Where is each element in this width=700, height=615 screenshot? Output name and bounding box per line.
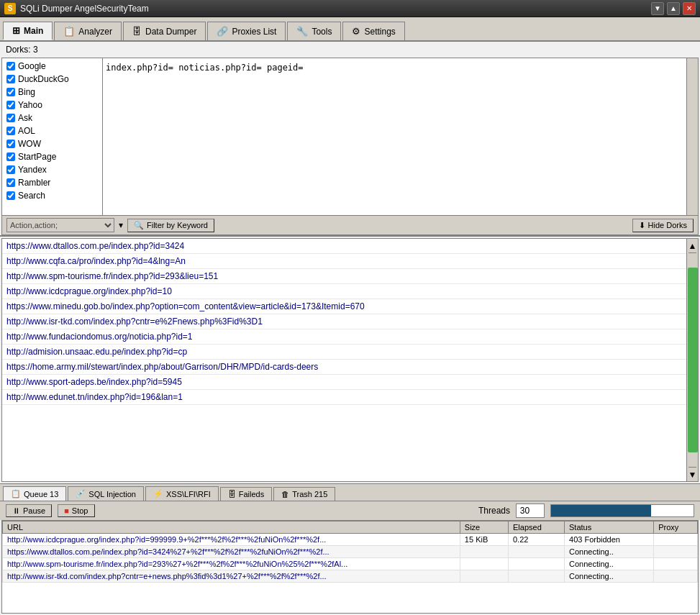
result-elapsed (509, 570, 565, 583)
bottom-tab-queue-13[interactable]: 📋Queue 13 (3, 486, 66, 501)
list-item[interactable]: http://www.edunet.tn/index.php?id=196&la… (2, 390, 686, 405)
result-elapsed (509, 546, 565, 558)
hide-dorks-icon: ⬇ (639, 221, 645, 230)
list-item[interactable]: https://www.minedu.gob.bo/index.php?opti… (2, 299, 686, 314)
list-item[interactable]: http://www.sport-adeps.be/index.php?id=5… (2, 375, 686, 390)
engine-checkbox[interactable] (6, 191, 15, 200)
tab-settings-label: Settings (364, 27, 395, 37)
bottom-tab-trash-215[interactable]: 🗑Trash 215 (273, 487, 335, 501)
engine-label: Ask (18, 113, 32, 123)
tools-icon: 🔧 (296, 26, 308, 37)
settings-icon: ⚙ (352, 26, 360, 37)
minimize-button[interactable]: ▼ (651, 2, 664, 15)
engine-checkbox[interactable] (6, 101, 15, 109)
engine-item[interactable]: Search (4, 189, 101, 202)
bottom-tab-xss\lfi\rfi[interactable]: ⚡XSS\LFI\RFI (145, 486, 219, 501)
table-row[interactable]: http://www.spm-tourisme.fr/index.php?id=… (3, 558, 698, 570)
filter-icon: 🔍 (134, 221, 144, 230)
list-item[interactable]: http://www.isr-tkd.com/index.php?cntr=e%… (2, 314, 686, 329)
list-item[interactable]: http://www.spm-tourisme.fr/index.php?id=… (2, 269, 686, 284)
scroll-up-button[interactable]: ▲ (688, 239, 697, 253)
engine-item[interactable]: Bing (4, 86, 101, 99)
result-elapsed: 0.22 (509, 534, 565, 546)
hide-dorks-label: Hide Dorks (648, 221, 687, 229)
engine-item[interactable]: Yahoo (4, 99, 101, 111)
bottom-tab-faileds[interactable]: 🗄Faileds (220, 487, 272, 501)
engine-item[interactable]: WOW (4, 137, 101, 150)
scroll-thumb (688, 268, 698, 452)
list-item[interactable]: http://www.cqfa.ca/pro/index.php?id=4&ln… (2, 254, 686, 269)
engine-label: StartPage (18, 152, 56, 162)
engine-checkbox[interactable] (6, 114, 15, 122)
engine-item[interactable]: Ask (4, 111, 101, 124)
results-table-header: URL Size Elapsed Status Proxy (3, 521, 698, 534)
engine-item[interactable]: Yandex (4, 163, 101, 176)
engine-checkbox[interactable] (6, 165, 15, 174)
table-row[interactable]: http://www.isr-tkd.com/index.php?cntr=e+… (3, 570, 698, 583)
list-item[interactable]: http://www.fundaciondomus.org/noticia.ph… (2, 329, 686, 345)
close-button[interactable]: ✕ (683, 2, 696, 15)
engine-item[interactable]: DuckDuckGo (4, 73, 101, 86)
engine-checkbox[interactable] (6, 127, 15, 135)
result-proxy (654, 534, 698, 546)
tab-proxies-list[interactable]: 🔗 Proxies List (207, 22, 286, 40)
bottom-tab-icon: 🗑 (281, 490, 289, 498)
urls-section: https://www.dtallos.com.pe/index.php?id=… (1, 238, 699, 482)
threads-input[interactable] (516, 504, 545, 518)
main-icon: ⊞ (12, 25, 20, 36)
urls-scrollbar[interactable]: ▲ ▼ (686, 239, 698, 481)
table-row[interactable]: https://www.dtallos.com.pe/index.php?id=… (3, 546, 698, 558)
col-url: URL (3, 521, 460, 534)
tab-tools-label: Tools (312, 27, 332, 37)
tab-settings[interactable]: ⚙ Settings (342, 22, 404, 40)
engine-item[interactable]: Google (4, 60, 101, 73)
scroll-down-button[interactable]: ▼ (688, 467, 697, 481)
title-bar: S SQLi Dumper AngelSecurityTeam ▼ ▲ ✕ (0, 0, 700, 17)
result-elapsed (509, 558, 565, 570)
bottom-tab-icon: 📋 (11, 489, 21, 498)
maximize-button[interactable]: ▲ (667, 2, 680, 15)
list-item[interactable]: https://www.dtallos.com.pe/index.php?id=… (2, 239, 686, 254)
result-proxy (654, 570, 698, 583)
result-url: http://www.spm-tourisme.fr/index.php?id=… (3, 558, 460, 570)
tab-data-dumper-label: Data Dumper (145, 27, 196, 37)
tab-main[interactable]: ⊞ Main (3, 22, 53, 40)
action-select[interactable]: Action,action; (6, 218, 114, 232)
engine-item[interactable]: AOL (4, 124, 101, 137)
engine-checkbox[interactable] (6, 140, 15, 148)
dorks-scrollbar[interactable] (686, 58, 698, 215)
urls-list[interactable]: https://www.dtallos.com.pe/index.php?id=… (2, 239, 686, 481)
tab-tools[interactable]: 🔧 Tools (287, 22, 341, 40)
engine-checkbox[interactable] (6, 178, 15, 187)
stop-button[interactable]: ■ Stop (58, 504, 94, 517)
list-item[interactable]: https://home.army.mil/stewart/index.php/… (2, 360, 686, 375)
data-dumper-icon: 🗄 (132, 26, 142, 37)
engine-checkbox[interactable] (6, 75, 15, 83)
pause-button[interactable]: ⏸ Pause (6, 504, 52, 517)
list-item[interactable]: http://admision.unsaac.edu.pe/index.php?… (2, 345, 686, 360)
stop-icon: ■ (64, 506, 69, 515)
engine-item[interactable]: Rambler (4, 176, 101, 189)
engine-checkbox[interactable] (6, 88, 15, 96)
threads-label: Threads (478, 506, 510, 516)
engine-item[interactable]: StartPage (4, 150, 101, 163)
result-size (460, 570, 508, 583)
filter-by-keyword-button[interactable]: 🔍 Filter by Keyword (127, 219, 214, 232)
hide-dorks-button[interactable]: ⬇ Hide Dorks (632, 219, 694, 232)
bottom-tab-icon: 🗄 (228, 490, 236, 498)
engine-label: Search (18, 191, 45, 201)
table-row[interactable]: http://www.icdcprague.org/index.php?id=9… (3, 534, 698, 546)
tab-data-dumper[interactable]: 🗄 Data Dumper (123, 22, 206, 40)
title-bar-controls: ▼ ▲ ✕ (651, 2, 696, 15)
list-item[interactable]: http://www.icdcprague.org/index.php?id=1… (2, 284, 686, 299)
engine-checkbox[interactable] (6, 62, 15, 70)
tab-analyzer[interactable]: 📋 Analyzer (54, 22, 122, 40)
dorks-input[interactable]: index.php?id= noticias.php?id= pageid= (103, 58, 686, 215)
result-size (460, 546, 508, 558)
bottom-tab-sql-injection[interactable]: 💉SQL Injection (68, 486, 144, 501)
result-status: Connecting.. (565, 558, 654, 570)
top-section: Dorks: 3 GoogleDuckDuckGoBingYahooAskAOL… (0, 42, 700, 237)
engine-checkbox[interactable] (6, 152, 15, 161)
engine-label: Google (18, 61, 46, 71)
engine-label: AOL (18, 126, 35, 136)
